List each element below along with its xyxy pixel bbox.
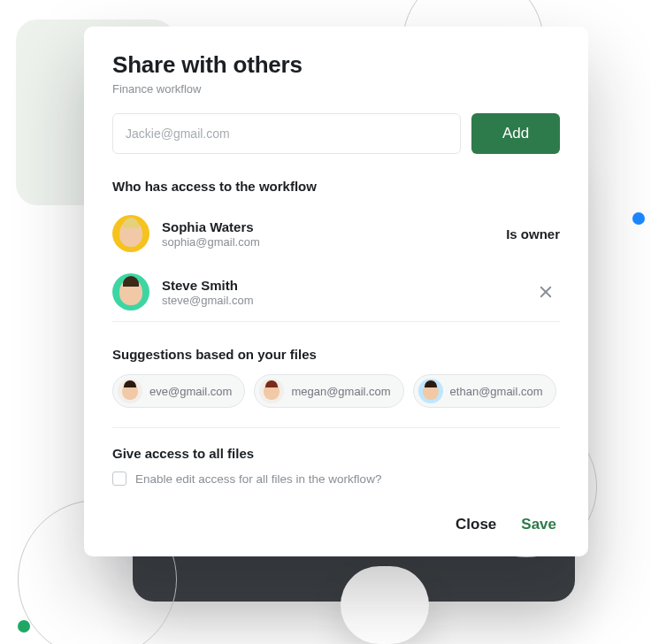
user-email: sophia@gmail.com (162, 235, 506, 249)
close-icon (538, 284, 554, 300)
suggestion-chips: eve@gmail.com megan@gmail.com ethan@gmai… (112, 374, 560, 428)
user-name: Sophia Waters (162, 219, 506, 234)
save-button[interactable]: Save (521, 516, 556, 533)
suggestion-email: ethan@gmail.com (450, 385, 543, 398)
suggestion-chip[interactable]: ethan@gmail.com (413, 374, 556, 408)
suggestion-email: megan@gmail.com (291, 385, 390, 398)
invite-row: Add (112, 113, 560, 154)
canvas: Share with others Finance workflow Add W… (0, 0, 651, 644)
bg-shape-pill (341, 566, 429, 644)
suggestion-email: eve@gmail.com (149, 385, 232, 398)
avatar (118, 379, 142, 403)
bg-dot-blue (632, 212, 645, 225)
edit-access-checkbox[interactable] (112, 472, 126, 486)
share-modal: Share with others Finance workflow Add W… (84, 27, 588, 556)
bg-dot-green (18, 620, 30, 632)
avatar (112, 273, 149, 310)
remove-user-button[interactable] (532, 278, 560, 306)
all-files-heading: Give access to all files (112, 446, 560, 461)
avatar (112, 215, 149, 252)
suggestion-chip[interactable]: megan@gmail.com (254, 374, 403, 408)
add-button[interactable]: Add (471, 113, 560, 154)
user-info: Steve Smith steve@gmail.com (162, 278, 532, 307)
give-access-section: Give access to all files Enable edit acc… (112, 446, 560, 486)
owner-label: Is owner (506, 226, 560, 242)
user-name: Steve Smith (162, 278, 532, 293)
modal-footer: Close Save (112, 510, 560, 540)
user-email: steve@gmail.com (162, 294, 532, 307)
modal-title: Share with others (112, 51, 560, 79)
avatar (259, 379, 284, 403)
avatar (418, 379, 443, 403)
close-button[interactable]: Close (456, 516, 496, 533)
modal-subtitle: Finance workflow (112, 82, 560, 96)
access-user-list: Sophia Waters sophia@gmail.com Is owner … (112, 204, 560, 322)
checkbox-label: Enable edit access for all files in the … (135, 472, 381, 486)
checkbox-row: Enable edit access for all files in the … (112, 472, 560, 486)
user-row-member: Steve Smith steve@gmail.com (112, 263, 560, 321)
user-info: Sophia Waters sophia@gmail.com (162, 219, 506, 249)
access-heading: Who has access to the workflow (112, 179, 560, 194)
suggestion-chip[interactable]: eve@gmail.com (112, 374, 245, 408)
suggestions-heading: Suggestions based on your files (112, 347, 560, 362)
user-row-owner: Sophia Waters sophia@gmail.com Is owner (112, 204, 560, 263)
email-input[interactable] (112, 113, 461, 154)
